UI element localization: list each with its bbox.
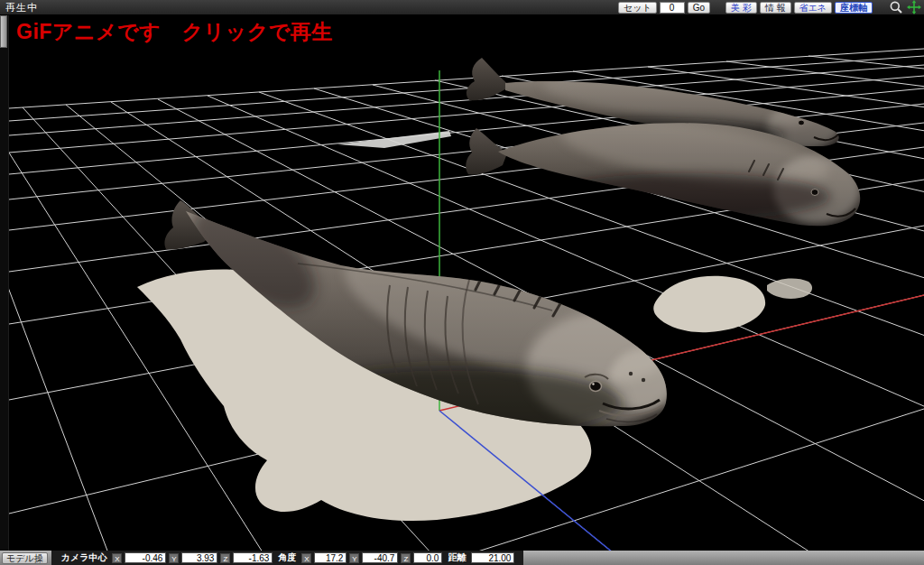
camera-angle-y-field[interactable]: -40.7 xyxy=(362,552,398,563)
camera-distance-label: 距離 xyxy=(448,551,466,564)
beauty-color-label-1: 美 xyxy=(731,3,740,13)
scene-canvas xyxy=(9,15,924,551)
bottom-bar: モデル操 カメラ中心 X -0.46 Y 3.93 Z -1.63 角度 X 1… xyxy=(0,551,924,565)
camera-angle-z-field[interactable]: 0.0 xyxy=(413,552,442,563)
camera-center-y-tag[interactable]: Y xyxy=(169,553,179,563)
move-axes-icon[interactable] xyxy=(906,0,922,14)
playback-status: 再生中 xyxy=(5,1,38,14)
frame-set-button[interactable]: セット xyxy=(618,2,657,14)
top-bar: 再生中 セット Go 美 彩 情 報 省エネ 座標軸 xyxy=(0,0,924,15)
camera-angle-x-field[interactable]: 17.2 xyxy=(314,552,346,563)
left-panel-handle[interactable] xyxy=(0,15,7,48)
camera-angle-z-tag[interactable]: Z xyxy=(401,553,411,563)
camera-center-x-tag[interactable]: X xyxy=(112,553,122,563)
camera-center-z-tag[interactable]: Z xyxy=(220,553,230,563)
magnifier-icon[interactable] xyxy=(888,0,904,14)
model-panel-button[interactable]: モデル操 xyxy=(2,552,48,564)
frame-number-input[interactable] xyxy=(660,2,685,14)
eco-mode-button[interactable]: 省エネ xyxy=(794,2,832,14)
bottom-bar-filler xyxy=(523,551,924,565)
beauty-color-label-2: 彩 xyxy=(743,3,752,13)
camera-distance-field[interactable]: 21.00 xyxy=(471,552,514,563)
camera-angle-y-tag[interactable]: Y xyxy=(349,553,359,563)
camera-center-label: カメラ中心 xyxy=(61,551,107,564)
camera-center-y-field[interactable]: 3.93 xyxy=(181,552,217,563)
camera-angle-label: 角度 xyxy=(278,551,296,564)
gif-animation-note[interactable]: GiFアニメです クリックで再生 xyxy=(16,18,333,46)
light-streak xyxy=(337,131,451,148)
left-toolbar-strip xyxy=(0,15,9,551)
camera-center-z-field[interactable]: -1.63 xyxy=(233,552,273,563)
beauty-color-button[interactable]: 美 彩 xyxy=(725,2,757,14)
viewport-3d[interactable]: GiFアニメです クリックで再生 xyxy=(9,15,924,551)
camera-center-x-field[interactable]: -0.46 xyxy=(125,552,166,563)
info-button[interactable]: 情 報 xyxy=(760,2,791,14)
camera-angle-x-tag[interactable]: X xyxy=(301,553,311,563)
mmd-viewer-window: 再生中 セット Go 美 彩 情 報 省エネ 座標軸 xyxy=(0,0,924,565)
camera-info-panel: カメラ中心 X -0.46 Y 3.93 Z -1.63 角度 X 17.2 Y… xyxy=(51,551,524,565)
frame-go-button[interactable]: Go xyxy=(688,2,710,14)
coordinate-axis-toggle-button[interactable]: 座標軸 xyxy=(835,2,873,14)
